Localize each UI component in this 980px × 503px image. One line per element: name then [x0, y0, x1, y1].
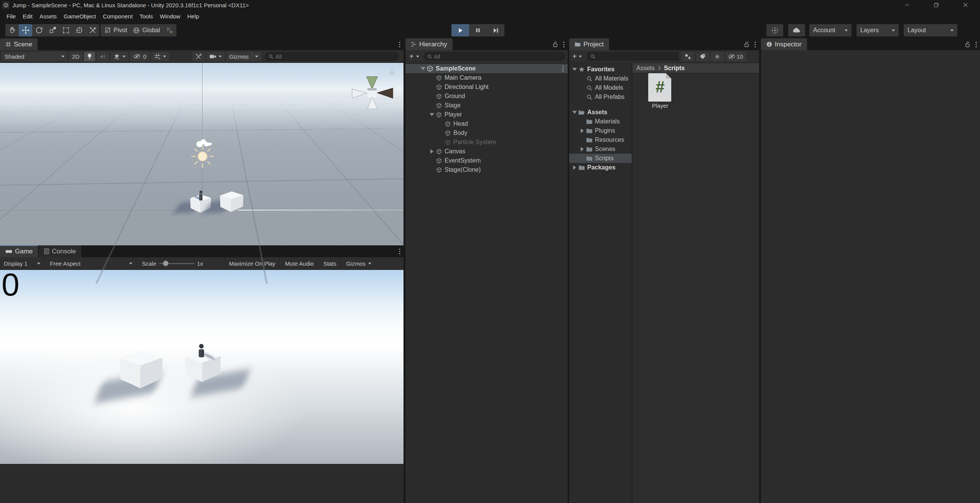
project-row-resources[interactable]: Resources [569, 135, 632, 145]
chevron-down-icon[interactable] [579, 56, 582, 58]
layout-dropdown[interactable]: Layout [904, 24, 957, 36]
menu-component[interactable]: Component [99, 11, 136, 21]
expand-arrow-open[interactable] [572, 111, 578, 114]
tab-inspector[interactable]: Inspector [761, 38, 807, 50]
inspector-menu-kebab[interactable] [975, 41, 977, 48]
hierarchy-row-eventsystem[interactable]: EventSystem [405, 156, 568, 165]
2d-toggle[interactable]: 2D [69, 52, 82, 61]
scene-tools-button[interactable] [192, 52, 205, 61]
create-object-button[interactable]: + [409, 52, 414, 61]
grid-snap-button[interactable] [163, 24, 176, 36]
menu-help[interactable]: Help [184, 11, 203, 21]
grid-visibility-dropdown[interactable] [151, 52, 169, 61]
tab-project[interactable]: Project [569, 38, 609, 50]
hierarchy-row-stage-clone-[interactable]: Stage(Clone) [405, 165, 568, 174]
project-search-input[interactable] [597, 53, 675, 60]
close-button[interactable] [951, 0, 980, 10]
mute-audio-toggle[interactable]: Mute Audio [281, 257, 318, 270]
scale-slider-knob[interactable] [163, 261, 168, 266]
hidden-objects-toggle[interactable]: 0 [130, 52, 149, 61]
aspect-dropdown[interactable]: Free Aspect [46, 257, 137, 270]
player-gizmo[interactable] [199, 191, 203, 194]
chevron-down-icon[interactable] [416, 56, 419, 58]
project-row-all-prefabs[interactable]: All Prefabs [569, 92, 632, 102]
hierarchy-row-stage[interactable]: Stage [405, 101, 568, 110]
sun-gizmo[interactable] [190, 144, 215, 169]
global-toggle[interactable]: Global [129, 24, 164, 36]
pause-button[interactable] [469, 24, 487, 36]
transform-tool[interactable] [72, 24, 86, 36]
search-by-type-button[interactable] [682, 52, 695, 61]
expand-arrow-open[interactable] [572, 68, 578, 71]
gizmos-dropdown[interactable]: Gizmos [226, 52, 262, 61]
cloud-collab-button[interactable] [788, 24, 805, 36]
tab-scene[interactable]: Scene [0, 38, 38, 50]
scale-tool[interactable] [46, 24, 59, 36]
expand-arrow-closed[interactable] [579, 128, 585, 133]
rotate-tool[interactable] [32, 24, 46, 36]
project-row-all-models[interactable]: All Models [569, 83, 632, 92]
game-viewport[interactable]: 0 [0, 270, 404, 464]
inspector-lock-icon[interactable] [965, 41, 970, 47]
hierarchy-menu-kebab[interactable] [563, 41, 565, 48]
project-row-assets[interactable]: Assets [569, 108, 632, 117]
search-by-label-button[interactable] [696, 52, 709, 61]
play-button[interactable] [451, 24, 469, 36]
expand-arrow-closed[interactable] [572, 165, 578, 170]
hand-tool[interactable] [5, 24, 19, 36]
tab-game[interactable]: Game [0, 245, 38, 257]
hierarchy-row-particle-system[interactable]: Particle System [405, 138, 568, 147]
layers-dropdown[interactable]: Layers [856, 24, 899, 36]
project-lock-icon[interactable] [744, 41, 749, 47]
game-gizmos-dropdown[interactable]: Gizmos [342, 257, 375, 270]
project-row-scripts[interactable]: Scripts [569, 154, 632, 163]
expand-arrow-closed[interactable] [429, 149, 435, 154]
scene-camera-dropdown[interactable] [206, 52, 225, 61]
shading-mode-dropdown[interactable]: Shaded [2, 52, 68, 61]
project-row-plugins[interactable]: Plugins [569, 126, 632, 135]
view-lock-icon[interactable] [389, 68, 395, 75]
pivot-toggle[interactable]: Pivot [100, 24, 131, 36]
hierarchy-row-ground[interactable]: Ground [405, 92, 568, 101]
hidden-packages-toggle[interactable]: 10 [725, 52, 746, 61]
save-search-button[interactable] [711, 52, 724, 61]
stage-cube[interactable] [219, 190, 245, 213]
display-dropdown[interactable]: Display 1 [0, 257, 44, 270]
scene-orientation-gizmo[interactable]: y x [348, 69, 396, 117]
account-dropdown[interactable]: Account [809, 24, 852, 36]
rect-tool[interactable] [59, 24, 72, 36]
project-row-all-materials[interactable]: All Materials [569, 74, 632, 83]
row-menu-kebab[interactable] [562, 66, 564, 72]
game-menu-kebab[interactable] [399, 248, 400, 255]
scene-lighting-toggle[interactable] [84, 52, 95, 61]
effects-dropdown[interactable] [110, 52, 128, 61]
accessibility-button[interactable] [766, 24, 783, 36]
scene-search-input[interactable] [275, 53, 395, 60]
breadcrumb-root[interactable]: Assets [636, 65, 655, 72]
menu-window[interactable]: Window [156, 11, 184, 21]
scene-audio-toggle[interactable] [97, 52, 109, 61]
hierarchy-row-canvas[interactable]: Canvas [405, 147, 568, 156]
menu-file[interactable]: File [3, 11, 19, 21]
hierarchy-row-player[interactable]: Player [405, 110, 568, 119]
step-button[interactable] [487, 24, 504, 36]
move-tool[interactable] [19, 24, 32, 36]
menu-tools[interactable]: Tools [136, 11, 156, 21]
project-row-packages[interactable]: Packages [569, 163, 632, 172]
menu-edit[interactable]: Edit [19, 11, 36, 21]
hierarchy-search-input[interactable] [434, 53, 562, 60]
hierarchy-lock-icon[interactable] [553, 41, 558, 47]
project-row-scenes[interactable]: Scenes [569, 145, 632, 154]
maximize-on-play-toggle[interactable]: Maximize On Play [225, 257, 280, 270]
hierarchy-row-main-camera[interactable]: Main Camera [405, 73, 568, 82]
tab-console[interactable]: Console [39, 245, 81, 257]
menu-gameobject[interactable]: GameObject [60, 11, 99, 21]
project-row-favorites[interactable]: Favorites [569, 65, 632, 74]
scale-slider[interactable] [159, 263, 194, 264]
minimize-button[interactable] [893, 0, 922, 10]
menu-assets[interactable]: Assets [36, 11, 60, 21]
hierarchy-search-field[interactable] [424, 52, 565, 61]
hierarchy-row-samplescene[interactable]: SampleScene [405, 64, 568, 73]
tab-hierarchy[interactable]: Hierarchy [405, 38, 453, 50]
hierarchy-row-body[interactable]: Body [405, 128, 568, 138]
